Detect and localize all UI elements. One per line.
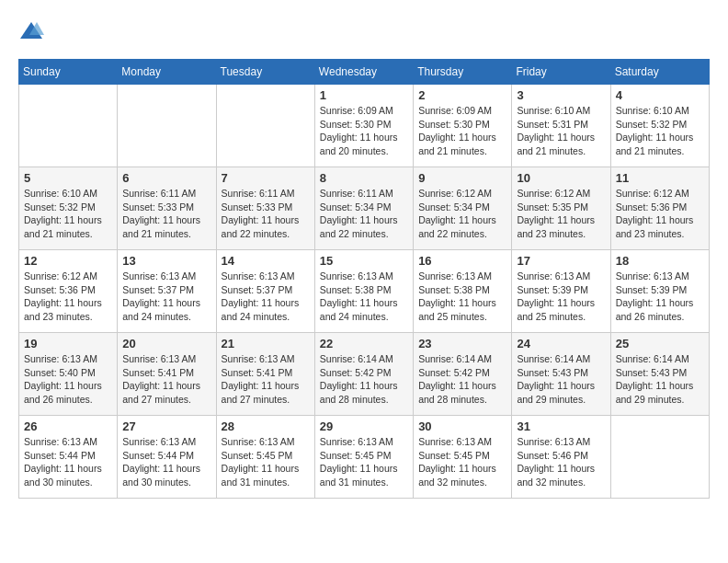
day-cell-21: 21Sunrise: 6:13 AMSunset: 5:41 PMDayligh… xyxy=(216,333,314,416)
cell-text-line: Daylight: 11 hours xyxy=(222,462,310,476)
cell-text-line: Sunrise: 6:13 AM xyxy=(418,435,506,449)
cell-text-line: Sunset: 5:34 PM xyxy=(418,201,506,214)
day-number: 31 xyxy=(517,419,605,433)
cell-text-line: Sunrise: 6:11 AM xyxy=(320,187,408,201)
cell-text-line: Sunset: 5:43 PM xyxy=(616,366,704,380)
cell-text-line: Sunrise: 6:13 AM xyxy=(517,270,605,283)
day-cell-23: 23Sunrise: 6:14 AMSunset: 5:42 PMDayligh… xyxy=(414,333,512,416)
header-sunday: Sunday xyxy=(19,60,118,85)
day-number: 23 xyxy=(418,337,506,350)
day-cell-7: 7Sunrise: 6:11 AMSunset: 5:33 PMDaylight… xyxy=(216,167,314,250)
calendar-table: SundayMondayTuesdayWednesdayThursdayFrid… xyxy=(18,59,710,499)
day-number: 14 xyxy=(222,254,310,268)
cell-text-line: Daylight: 11 hours xyxy=(616,213,704,227)
cell-text-line: Sunset: 5:38 PM xyxy=(320,283,408,297)
day-number: 4 xyxy=(616,88,704,102)
cell-text-line: Sunset: 5:43 PM xyxy=(517,366,605,380)
cell-text-line: Daylight: 11 hours xyxy=(122,213,210,227)
logo xyxy=(18,18,48,44)
page-header xyxy=(18,18,710,44)
cell-text-line: Sunrise: 6:14 AM xyxy=(320,352,408,366)
header-friday: Friday xyxy=(512,60,610,85)
day-number: 2 xyxy=(418,88,506,102)
cell-text-line: Daylight: 11 hours xyxy=(24,379,112,393)
cell-text-line: Sunrise: 6:12 AM xyxy=(616,187,704,201)
cell-text-line: Sunrise: 6:11 AM xyxy=(122,187,210,201)
cell-text-line: Sunrise: 6:13 AM xyxy=(24,435,112,449)
day-number: 10 xyxy=(517,171,605,185)
header-wednesday: Wednesday xyxy=(314,60,413,85)
cell-text-line: and 24 minutes. xyxy=(320,310,408,324)
cell-text-line: Daylight: 11 hours xyxy=(320,296,408,310)
cell-text-line: and 27 minutes. xyxy=(222,393,310,407)
logo-icon xyxy=(18,18,44,44)
cell-text-line: and 29 minutes. xyxy=(517,393,605,407)
cell-text-line: and 23 minutes. xyxy=(616,227,704,241)
day-cell-10: 10Sunrise: 6:12 AMSunset: 5:35 PMDayligh… xyxy=(512,167,610,250)
cell-text-line: and 22 minutes. xyxy=(320,227,408,241)
day-number: 16 xyxy=(418,254,506,268)
empty-cell xyxy=(19,85,118,167)
cell-text-line: and 30 minutes. xyxy=(122,476,210,489)
calendar-header-row: SundayMondayTuesdayWednesdayThursdayFrid… xyxy=(19,60,710,85)
cell-text-line: Daylight: 11 hours xyxy=(320,379,408,393)
cell-text-line: Daylight: 11 hours xyxy=(418,213,506,227)
day-cell-22: 22Sunrise: 6:14 AMSunset: 5:42 PMDayligh… xyxy=(314,333,413,416)
day-number: 12 xyxy=(24,254,112,268)
cell-text-line: and 23 minutes. xyxy=(517,227,605,241)
day-cell-11: 11Sunrise: 6:12 AMSunset: 5:36 PMDayligh… xyxy=(610,167,709,250)
cell-text-line: Daylight: 11 hours xyxy=(418,462,506,476)
cell-text-line: Sunrise: 6:10 AM xyxy=(24,187,112,201)
day-cell-13: 13Sunrise: 6:13 AMSunset: 5:37 PMDayligh… xyxy=(118,250,216,333)
cell-text-line: Sunrise: 6:13 AM xyxy=(122,435,210,449)
header-thursday: Thursday xyxy=(414,60,512,85)
day-number: 27 xyxy=(122,419,210,433)
cell-text-line: Sunrise: 6:10 AM xyxy=(517,104,605,118)
day-number: 11 xyxy=(616,171,704,185)
day-number: 20 xyxy=(122,337,210,350)
cell-text-line: Daylight: 11 hours xyxy=(616,379,704,393)
cell-text-line: Sunrise: 6:13 AM xyxy=(222,435,310,449)
cell-text-line: Sunset: 5:40 PM xyxy=(24,366,112,380)
day-number: 7 xyxy=(222,171,310,185)
day-number: 5 xyxy=(24,171,112,185)
cell-text-line: Sunrise: 6:14 AM xyxy=(517,352,605,366)
cell-text-line: Daylight: 11 hours xyxy=(320,131,408,144)
day-number: 15 xyxy=(320,254,408,268)
day-number: 19 xyxy=(24,337,112,350)
cell-text-line: and 28 minutes. xyxy=(320,393,408,407)
day-number: 6 xyxy=(122,171,210,185)
cell-text-line: Sunrise: 6:13 AM xyxy=(122,352,210,366)
day-cell-16: 16Sunrise: 6:13 AMSunset: 5:38 PMDayligh… xyxy=(414,250,512,333)
day-number: 30 xyxy=(418,419,506,433)
cell-text-line: and 20 minutes. xyxy=(320,144,408,158)
cell-text-line: and 21 minutes. xyxy=(122,227,210,241)
day-number: 24 xyxy=(517,337,605,350)
cell-text-line: and 22 minutes. xyxy=(418,227,506,241)
cell-text-line: Sunset: 5:44 PM xyxy=(122,449,210,463)
cell-text-line: Daylight: 11 hours xyxy=(222,213,310,227)
cell-text-line: Daylight: 11 hours xyxy=(517,213,605,227)
day-cell-17: 17Sunrise: 6:13 AMSunset: 5:39 PMDayligh… xyxy=(512,250,610,333)
cell-text-line: Sunset: 5:30 PM xyxy=(418,118,506,132)
cell-text-line: Sunrise: 6:13 AM xyxy=(24,352,112,366)
day-cell-20: 20Sunrise: 6:13 AMSunset: 5:41 PMDayligh… xyxy=(118,333,216,416)
cell-text-line: Sunrise: 6:09 AM xyxy=(320,104,408,118)
cell-text-line: Sunset: 5:42 PM xyxy=(418,366,506,380)
cell-text-line: Sunset: 5:33 PM xyxy=(222,201,310,214)
cell-text-line: Sunset: 5:41 PM xyxy=(222,366,310,380)
cell-text-line: Daylight: 11 hours xyxy=(24,296,112,310)
day-number: 17 xyxy=(517,254,605,268)
cell-text-line: and 25 minutes. xyxy=(517,310,605,324)
day-cell-6: 6Sunrise: 6:11 AMSunset: 5:33 PMDaylight… xyxy=(118,167,216,250)
cell-text-line: and 32 minutes. xyxy=(418,476,506,489)
cell-text-line: Daylight: 11 hours xyxy=(616,296,704,310)
day-cell-18: 18Sunrise: 6:13 AMSunset: 5:39 PMDayligh… xyxy=(610,250,709,333)
cell-text-line: Daylight: 11 hours xyxy=(222,296,310,310)
day-cell-24: 24Sunrise: 6:14 AMSunset: 5:43 PMDayligh… xyxy=(512,333,610,416)
cell-text-line: and 26 minutes. xyxy=(24,393,112,407)
cell-text-line: Sunset: 5:36 PM xyxy=(24,283,112,297)
cell-text-line: and 24 minutes. xyxy=(222,310,310,324)
cell-text-line: Sunrise: 6:10 AM xyxy=(616,104,704,118)
day-cell-14: 14Sunrise: 6:13 AMSunset: 5:37 PMDayligh… xyxy=(216,250,314,333)
